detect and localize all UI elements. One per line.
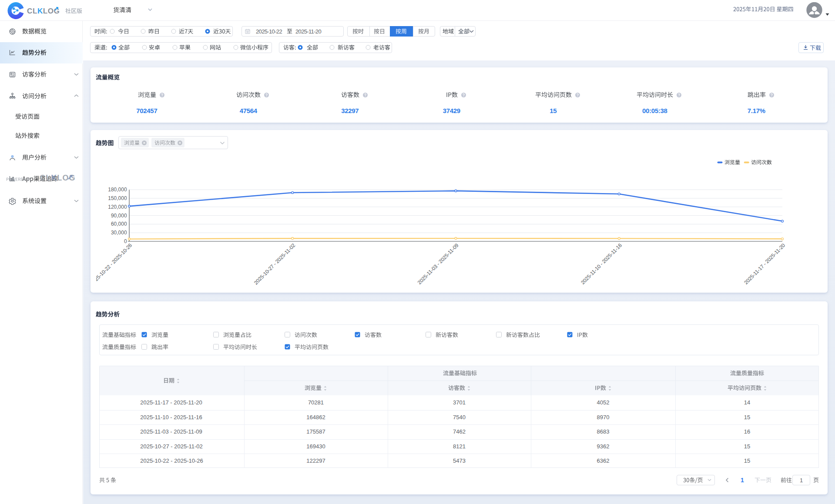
svg-text:0: 0	[124, 238, 127, 244]
svg-text:90,000: 90,000	[111, 213, 127, 219]
svg-text:2025-11-17 - 2025-11-20: 2025-11-17 - 2025-11-20	[743, 242, 786, 286]
svg-text:2025-10-22 - 2025-10-26: 2025-10-22 - 2025-10-26	[96, 242, 133, 286]
svg-text:30,000: 30,000	[111, 230, 127, 236]
svg-text:150,000: 150,000	[108, 195, 127, 201]
svg-text:60,000: 60,000	[111, 221, 127, 227]
svg-text:2025-10-27 - 2025-11-02: 2025-10-27 - 2025-11-02	[253, 242, 297, 286]
svg-text:2025-11-03 - 2025-11-09: 2025-11-03 - 2025-11-09	[416, 242, 460, 286]
svg-text:2025-11-10 - 2025-11-16: 2025-11-10 - 2025-11-16	[580, 242, 623, 286]
svg-text:120,000: 120,000	[108, 204, 127, 210]
svg-text:180,000: 180,000	[108, 187, 127, 193]
